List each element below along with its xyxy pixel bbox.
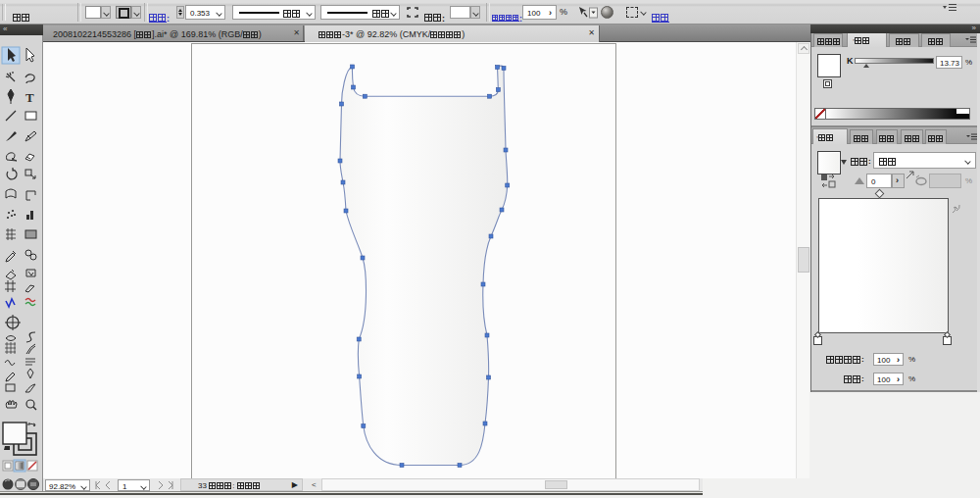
svg-text:T: T: [25, 90, 34, 105]
